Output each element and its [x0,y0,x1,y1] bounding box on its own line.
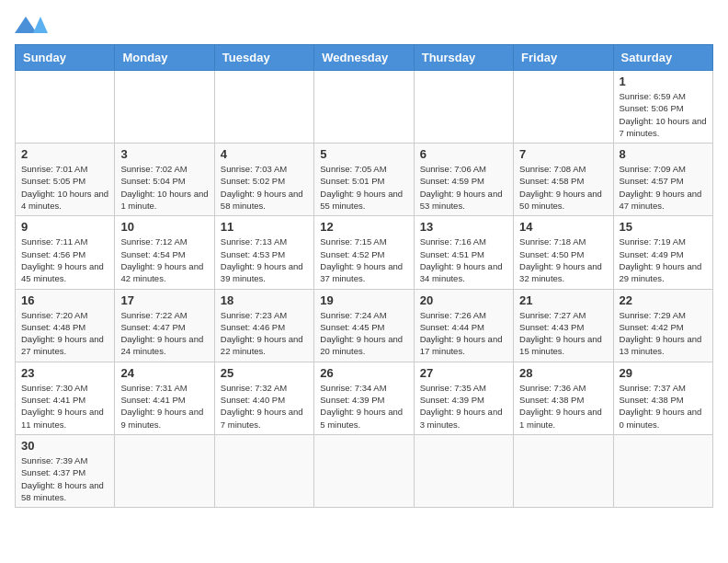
day-info: Sunrise: 7:19 AM Sunset: 4:49 PM Dayligh… [620,236,707,284]
day-number: 27 [420,366,507,380]
day-number: 30 [21,439,108,453]
calendar-cell: 24Sunrise: 7:31 AM Sunset: 4:41 PM Dayli… [115,362,214,434]
calendar-cell [514,71,613,144]
calendar-cell [115,71,214,144]
calendar-cell [414,71,513,144]
weekday-header-monday: Monday [115,45,214,71]
day-number: 9 [21,220,108,234]
day-number: 28 [519,366,607,380]
day-number: 6 [420,147,507,161]
calendar-cell [414,434,513,507]
day-number: 26 [320,366,407,380]
calendar-cell: 19Sunrise: 7:24 AM Sunset: 4:45 PM Dayli… [314,289,414,362]
day-info: Sunrise: 7:01 AM Sunset: 5:05 PM Dayligh… [21,163,108,212]
calendar-cell: 8Sunrise: 7:09 AM Sunset: 4:57 PM Daylig… [613,144,712,216]
day-number: 20 [420,293,507,307]
weekday-header-row: SundayMondayTuesdayWednesdayThursdayFrid… [16,45,713,71]
day-number: 10 [120,220,208,234]
day-info: Sunrise: 7:18 AM Sunset: 4:50 PM Dayligh… [519,236,607,284]
day-info: Sunrise: 7:24 AM Sunset: 4:45 PM Dayligh… [320,309,407,358]
calendar-cell: 21Sunrise: 7:27 AM Sunset: 4:43 PM Dayli… [514,289,613,362]
day-info: Sunrise: 7:06 AM Sunset: 4:59 PM Dayligh… [420,163,507,212]
calendar-cell [214,71,313,144]
day-number: 1 [620,75,707,88]
day-number: 2 [21,147,108,161]
day-info: Sunrise: 7:13 AM Sunset: 4:53 PM Dayligh… [221,236,308,284]
calendar-week-1: 1Sunrise: 6:59 AM Sunset: 5:06 PM Daylig… [16,71,713,144]
day-number: 17 [120,293,208,307]
calendar-cell: 18Sunrise: 7:23 AM Sunset: 4:46 PM Dayli… [214,289,313,362]
day-info: Sunrise: 7:32 AM Sunset: 4:40 PM Dayligh… [221,382,308,431]
calendar-cell: 6Sunrise: 7:06 AM Sunset: 4:59 PM Daylig… [414,144,513,216]
weekday-header-thursday: Thursday [414,45,513,71]
day-number: 11 [221,220,308,234]
day-info: Sunrise: 7:03 AM Sunset: 5:02 PM Dayligh… [221,163,308,212]
day-number: 16 [21,293,108,307]
calendar-week-2: 2Sunrise: 7:01 AM Sunset: 5:05 PM Daylig… [16,144,713,216]
calendar-cell: 28Sunrise: 7:36 AM Sunset: 4:38 PM Dayli… [514,362,613,434]
calendar-cell [115,434,214,507]
weekday-header-friday: Friday [514,45,613,71]
day-number: 19 [320,293,407,307]
calendar-cell: 27Sunrise: 7:35 AM Sunset: 4:39 PM Dayli… [414,362,513,434]
day-number: 29 [620,366,707,380]
calendar-cell: 14Sunrise: 7:18 AM Sunset: 4:50 PM Dayli… [514,216,613,289]
day-info: Sunrise: 7:08 AM Sunset: 4:58 PM Dayligh… [519,163,607,212]
calendar-cell: 23Sunrise: 7:30 AM Sunset: 4:41 PM Dayli… [16,362,115,434]
calendar-cell [314,71,414,144]
calendar-cell: 22Sunrise: 7:29 AM Sunset: 4:42 PM Dayli… [613,289,712,362]
day-number: 4 [221,147,308,161]
calendar-cell: 12Sunrise: 7:15 AM Sunset: 4:52 PM Dayli… [314,216,414,289]
calendar-week-3: 9Sunrise: 7:11 AM Sunset: 4:56 PM Daylig… [16,216,713,289]
day-number: 24 [120,366,208,380]
calendar-cell: 1Sunrise: 6:59 AM Sunset: 5:06 PM Daylig… [613,71,712,144]
day-number: 8 [620,147,707,161]
day-info: Sunrise: 7:20 AM Sunset: 4:48 PM Dayligh… [21,309,108,358]
calendar-cell: 20Sunrise: 7:26 AM Sunset: 4:44 PM Dayli… [414,289,513,362]
day-info: Sunrise: 7:23 AM Sunset: 4:46 PM Dayligh… [221,309,308,358]
calendar-cell: 16Sunrise: 7:20 AM Sunset: 4:48 PM Dayli… [16,289,115,362]
calendar-week-5: 23Sunrise: 7:30 AM Sunset: 4:41 PM Dayli… [16,362,713,434]
day-number: 23 [21,366,108,380]
calendar-week-4: 16Sunrise: 7:20 AM Sunset: 4:48 PM Dayli… [16,289,713,362]
day-number: 5 [320,147,407,161]
calendar-cell: 15Sunrise: 7:19 AM Sunset: 4:49 PM Dayli… [613,216,712,289]
weekday-header-saturday: Saturday [613,45,712,71]
day-info: Sunrise: 7:12 AM Sunset: 4:54 PM Dayligh… [120,236,208,284]
day-info: Sunrise: 7:35 AM Sunset: 4:39 PM Dayligh… [420,382,507,431]
day-info: Sunrise: 7:16 AM Sunset: 4:51 PM Dayligh… [420,236,507,284]
day-info: Sunrise: 7:27 AM Sunset: 4:43 PM Dayligh… [519,309,607,358]
day-info: Sunrise: 6:59 AM Sunset: 5:06 PM Dayligh… [620,90,707,139]
calendar-cell: 4Sunrise: 7:03 AM Sunset: 5:02 PM Daylig… [214,144,313,216]
day-info: Sunrise: 7:05 AM Sunset: 5:01 PM Dayligh… [320,163,407,212]
day-number: 3 [120,147,208,161]
calendar-cell [214,434,313,507]
day-info: Sunrise: 7:39 AM Sunset: 4:37 PM Dayligh… [21,454,108,503]
day-number: 14 [519,220,607,234]
page-header [15,15,713,33]
calendar-cell: 7Sunrise: 7:08 AM Sunset: 4:58 PM Daylig… [514,144,613,216]
weekday-header-sunday: Sunday [16,45,115,71]
day-info: Sunrise: 7:37 AM Sunset: 4:38 PM Dayligh… [620,382,707,431]
calendar-cell: 26Sunrise: 7:34 AM Sunset: 4:39 PM Dayli… [314,362,414,434]
calendar-cell: 5Sunrise: 7:05 AM Sunset: 5:01 PM Daylig… [314,144,414,216]
calendar-cell: 10Sunrise: 7:12 AM Sunset: 4:54 PM Dayli… [115,216,214,289]
day-info: Sunrise: 7:26 AM Sunset: 4:44 PM Dayligh… [420,309,507,358]
day-number: 18 [221,293,308,307]
calendar-cell: 29Sunrise: 7:37 AM Sunset: 4:38 PM Dayli… [613,362,712,434]
logo [15,15,48,33]
day-number: 25 [221,366,308,380]
day-info: Sunrise: 7:02 AM Sunset: 5:04 PM Dayligh… [120,163,208,212]
calendar-cell: 3Sunrise: 7:02 AM Sunset: 5:04 PM Daylig… [115,144,214,216]
calendar-cell [16,71,115,144]
day-number: 12 [320,220,407,234]
day-number: 21 [519,293,607,307]
calendar-week-6: 30Sunrise: 7:39 AM Sunset: 4:37 PM Dayli… [16,434,713,507]
calendar-table: SundayMondayTuesdayWednesdayThursdayFrid… [15,44,713,508]
day-info: Sunrise: 7:11 AM Sunset: 4:56 PM Dayligh… [21,236,108,284]
day-info: Sunrise: 7:29 AM Sunset: 4:42 PM Dayligh… [620,309,707,358]
calendar-cell: 9Sunrise: 7:11 AM Sunset: 4:56 PM Daylig… [16,216,115,289]
day-info: Sunrise: 7:31 AM Sunset: 4:41 PM Dayligh… [120,382,208,431]
calendar-cell: 13Sunrise: 7:16 AM Sunset: 4:51 PM Dayli… [414,216,513,289]
day-number: 22 [620,293,707,307]
